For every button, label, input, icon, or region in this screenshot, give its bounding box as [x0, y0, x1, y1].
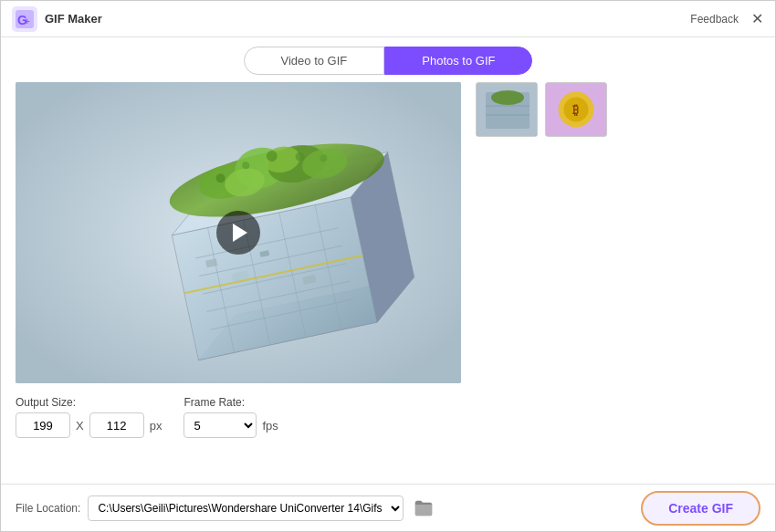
thumbnail-1-image [477, 83, 538, 137]
right-panel: ₿ [476, 82, 760, 484]
fps-wrap: 5 fps [184, 412, 278, 438]
title-bar-right: Feedback ✕ [690, 12, 764, 26]
frame-rate-group: Frame Rate: 5 fps [184, 396, 278, 438]
video-preview [16, 82, 461, 383]
fps-unit-label: fps [262, 419, 278, 433]
svg-point-39 [491, 90, 524, 105]
settings-row: Output Size: X px Frame Rate: 5 fps [16, 396, 461, 438]
main-window: G + GIF Maker Feedback ✕ Video to GIF Ph… [0, 0, 776, 532]
folder-icon [414, 500, 433, 516]
file-location-label: File Location: [16, 502, 80, 515]
play-button[interactable] [216, 211, 260, 255]
tab-bar: Video to GIF Photos to GIF [1, 37, 775, 82]
tab-video-to-gif[interactable]: Video to GIF [244, 47, 385, 75]
title-bar-left: G + GIF Maker [12, 6, 102, 32]
frame-rate-label: Frame Rate: [184, 396, 278, 409]
size-inputs: X px [16, 412, 162, 438]
close-button[interactable]: ✕ [750, 12, 764, 26]
title-bar: G + GIF Maker Feedback ✕ [1, 1, 775, 37]
height-input[interactable] [89, 412, 144, 438]
feedback-link[interactable]: Feedback [690, 13, 739, 26]
output-size-group: Output Size: X px [16, 396, 162, 438]
create-gif-button[interactable]: Create GIF [641, 491, 760, 526]
tab-photos-to-gif[interactable]: Photos to GIF [384, 47, 532, 75]
fps-select[interactable]: 5 [184, 412, 257, 438]
svg-text:+: + [25, 16, 30, 26]
svg-text:₿: ₿ [572, 103, 579, 117]
file-path-select[interactable]: C:\Users\Geili\Pictures\Wondershare UniC… [88, 495, 404, 521]
thumbnail-2-image: ₿ [546, 82, 606, 137]
file-location-group: File Location: C:\Users\Geili\Pictures\W… [16, 495, 436, 521]
thumbnail-1[interactable] [476, 82, 538, 137]
bottom-bar: File Location: C:\Users\Geili\Pictures\W… [1, 484, 775, 531]
folder-button[interactable] [411, 495, 436, 521]
main-content: Output Size: X px Frame Rate: 5 fps [1, 82, 775, 484]
app-title: GIF Maker [45, 12, 102, 26]
left-panel: Output Size: X px Frame Rate: 5 fps [16, 82, 461, 484]
thumbnail-2[interactable]: ₿ [545, 82, 607, 137]
output-size-label: Output Size: [16, 396, 162, 409]
width-input[interactable] [16, 412, 70, 438]
thumbnail-row: ₿ [476, 82, 760, 137]
px-unit-label: px [150, 419, 163, 433]
x-separator: X [76, 419, 84, 433]
app-icon: G + [12, 6, 37, 32]
